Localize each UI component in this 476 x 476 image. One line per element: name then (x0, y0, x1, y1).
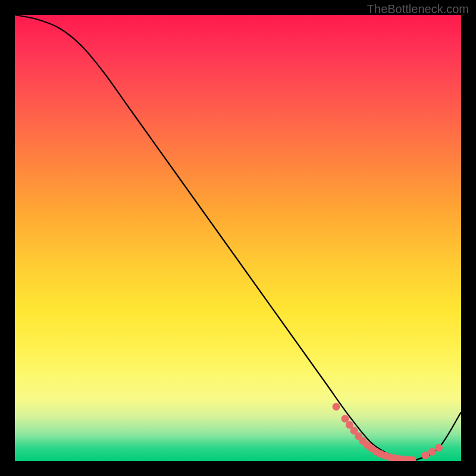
marker-dot (428, 448, 436, 456)
watermark-text: TheBottleneck.com (367, 2, 469, 16)
chart-plot-area (15, 15, 461, 461)
highlight-markers (333, 403, 443, 461)
chart-svg (15, 15, 461, 461)
marker-dot (342, 415, 349, 422)
marker-dot (435, 444, 443, 452)
marker-dot (422, 452, 430, 459)
bottleneck-curve-line (15, 15, 461, 461)
marker-dot (333, 403, 340, 411)
